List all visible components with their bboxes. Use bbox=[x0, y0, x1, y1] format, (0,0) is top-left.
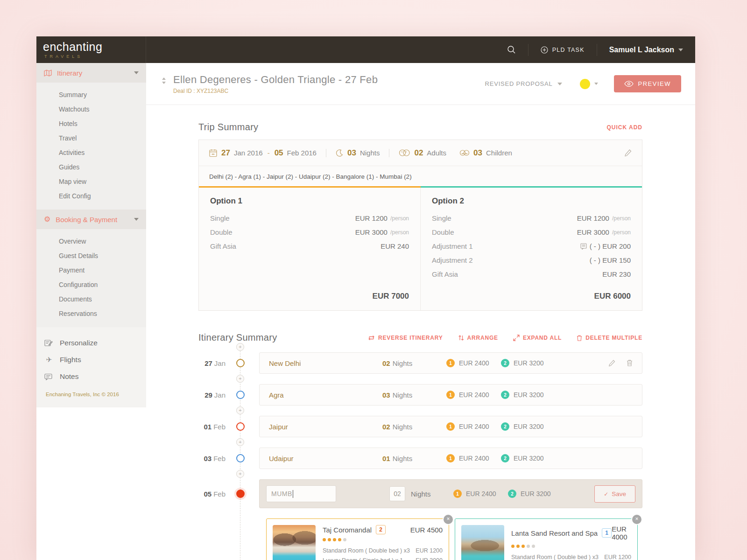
hotel-photo bbox=[461, 525, 504, 560]
hotel-card-lanta-sand[interactable]: Lanta Sand Resort and Spa 1 EUR 4000 Sta… bbox=[455, 518, 638, 560]
edit-pencil-icon[interactable] bbox=[608, 359, 615, 367]
city-name: Udaipur bbox=[269, 455, 382, 462]
option1-price: 1EUR 2400 bbox=[446, 454, 501, 462]
nights-label: Nights bbox=[360, 149, 380, 157]
city-card[interactable]: Udaipur 01Nights 1EUR 2400 2EUR 3200 bbox=[259, 448, 642, 469]
add-stop-icon[interactable] bbox=[236, 470, 244, 478]
timeline-node[interactable] bbox=[236, 454, 245, 462]
save-label: Save bbox=[612, 490, 626, 497]
timeline-node[interactable] bbox=[236, 359, 245, 367]
hotel-card-taj-coromandal[interactable]: Taj Coromandal 2 EUR 4500 Standard Room … bbox=[266, 518, 449, 560]
sort-arrows-icon[interactable] bbox=[162, 77, 166, 84]
row-suffix: /person bbox=[612, 215, 631, 222]
add-stop-icon[interactable] bbox=[236, 406, 244, 414]
option2-total: EUR 6000 bbox=[432, 284, 631, 301]
status-dot-yellow bbox=[580, 79, 590, 89]
add-stop-icon[interactable] bbox=[236, 438, 244, 446]
preview-button[interactable]: PREVIEW bbox=[614, 75, 681, 92]
city-nights: 02Nights bbox=[382, 359, 446, 367]
row-value: ( - ) EUR 150 bbox=[590, 256, 631, 264]
sidebar-link-label: Flights bbox=[60, 356, 81, 364]
sidebar-item-configuration[interactable]: Configuration bbox=[36, 277, 146, 292]
row-label: Gift Asia bbox=[432, 270, 458, 278]
sidebar-item-watchouts[interactable]: Watchouts bbox=[36, 102, 146, 116]
status-dropdown[interactable] bbox=[580, 79, 598, 89]
sidebar-item-guest-details[interactable]: Guest Details bbox=[36, 248, 146, 263]
sidebar-item-documents[interactable]: Documents bbox=[36, 292, 146, 306]
timeline-node[interactable] bbox=[236, 490, 245, 498]
arrange-icon bbox=[458, 335, 464, 341]
price-value: EUR 3200 bbox=[514, 391, 544, 399]
option1-price: 1EUR 2400 bbox=[446, 391, 501, 399]
note-icon[interactable] bbox=[580, 243, 587, 250]
expand-all-button[interactable]: EXPAND ALL bbox=[513, 335, 562, 341]
trip-start-date[interactable]: 27 Jan 2016 bbox=[221, 148, 263, 158]
sidebar-item-notes[interactable]: Notes bbox=[36, 368, 146, 385]
sidebar-item-activities[interactable]: Activities bbox=[36, 145, 146, 160]
user-menu[interactable]: Samuel L Jackson bbox=[597, 46, 695, 54]
item-label: Luxury Room ( Single bed ) x 1 bbox=[323, 557, 403, 560]
close-icon[interactable] bbox=[444, 515, 453, 524]
city-card[interactable]: Jaipur 02Nights 1EUR 2400 2EUR 3200 bbox=[259, 416, 642, 437]
reverse-icon bbox=[368, 335, 375, 341]
close-icon[interactable] bbox=[632, 515, 641, 524]
brand-logo[interactable]: enchanting TRAVELS bbox=[36, 36, 146, 63]
city-card[interactable]: Agra 03Nights 1EUR 2400 2EUR 3200 bbox=[259, 384, 642, 406]
page-header: Ellen Degeneres - Golden Triangle - 27 F… bbox=[146, 63, 695, 105]
timeline-date: 05Feb bbox=[198, 490, 226, 498]
item-label: Standard Room ( Double bed ) x3 bbox=[511, 554, 599, 560]
item-price: EUR 3000 bbox=[416, 557, 443, 560]
search-button[interactable] bbox=[495, 45, 528, 54]
sidebar-item-travel[interactable]: Travel bbox=[36, 131, 146, 145]
sidebar-item-edit-config[interactable]: Edit Config bbox=[36, 189, 146, 203]
sidebar-item-hotels[interactable]: Hotels bbox=[36, 116, 146, 131]
city-card[interactable]: New Delhi 02Nights 1EUR 2400 2EUR 3200 bbox=[259, 352, 642, 374]
item-price: EUR 1200 bbox=[604, 554, 631, 560]
reverse-itinerary-button[interactable]: REVERSE ITINERARY bbox=[368, 335, 443, 341]
add-stop-icon[interactable] bbox=[236, 375, 244, 383]
trash-icon[interactable] bbox=[627, 359, 633, 367]
proposal-dropdown[interactable]: REVISED PROPOSAL bbox=[485, 80, 562, 87]
sidebar-item-payment[interactable]: Payment bbox=[36, 263, 146, 277]
city-input-value: MUMB bbox=[271, 490, 292, 497]
delete-multiple-button[interactable]: DELETE MULTIPLE bbox=[577, 335, 642, 341]
option2-badge: 2 bbox=[501, 359, 509, 367]
pld-task-button[interactable]: PLD TASK bbox=[529, 46, 597, 54]
children-value: 03 bbox=[473, 148, 482, 158]
date-day: 01 bbox=[204, 423, 211, 431]
sidebar-item-summary[interactable]: Summary bbox=[36, 87, 146, 102]
option2-tab-indicator[interactable] bbox=[421, 186, 642, 188]
nights-input[interactable]: 02 bbox=[389, 486, 405, 501]
sidebar-item-guides[interactable]: Guides bbox=[36, 160, 146, 174]
sidebar-item-personalize[interactable]: Personalize bbox=[36, 335, 146, 351]
info-divider bbox=[326, 149, 326, 157]
option2-badge: 2 bbox=[508, 490, 516, 498]
add-stop-icon[interactable] bbox=[236, 343, 244, 351]
plane-icon: ✈ bbox=[44, 356, 54, 364]
sidebar-item-overview[interactable]: Overview bbox=[36, 234, 146, 248]
timeline-node[interactable] bbox=[236, 422, 245, 431]
sidebar-section-itinerary[interactable]: Itinerary bbox=[36, 63, 146, 83]
city-name-input[interactable]: MUMB bbox=[266, 485, 336, 502]
trip-children[interactable]: 03 Children bbox=[459, 148, 512, 158]
sidebar-item-flights[interactable]: ✈ Flights bbox=[36, 351, 146, 368]
timeline-date: 27Jan bbox=[198, 359, 226, 367]
price-row: Adjustment 2 ( - ) EUR 150 bbox=[432, 256, 631, 264]
trip-adults[interactable]: 02 Adults bbox=[414, 148, 446, 158]
edit-trip-pencil-icon[interactable] bbox=[624, 149, 632, 157]
option1-tab-indicator[interactable] bbox=[199, 186, 421, 188]
trip-end-date[interactable]: 05 Feb 2016 bbox=[275, 148, 317, 158]
timeline-node[interactable] bbox=[236, 391, 245, 399]
sidebar-item-reservations[interactable]: Reservations bbox=[36, 306, 146, 321]
start-day: 27 bbox=[221, 148, 230, 158]
timeline-date: 03Feb bbox=[198, 455, 226, 462]
hotel-total-price: EUR 4000 bbox=[612, 525, 631, 541]
date-separator: - bbox=[268, 149, 270, 157]
sidebar-item-map-view[interactable]: Map view bbox=[36, 174, 146, 189]
row-value: EUR 230 bbox=[602, 270, 631, 278]
quick-add-button[interactable]: QUICK ADD bbox=[606, 124, 642, 131]
price-row: Single EUR 1200/person bbox=[432, 214, 631, 222]
sidebar-section-booking-payment[interactable]: ⚙ Booking & Payment bbox=[36, 210, 146, 229]
save-button[interactable]: Save bbox=[594, 485, 635, 503]
arrange-button[interactable]: ARRANGE bbox=[458, 335, 498, 341]
